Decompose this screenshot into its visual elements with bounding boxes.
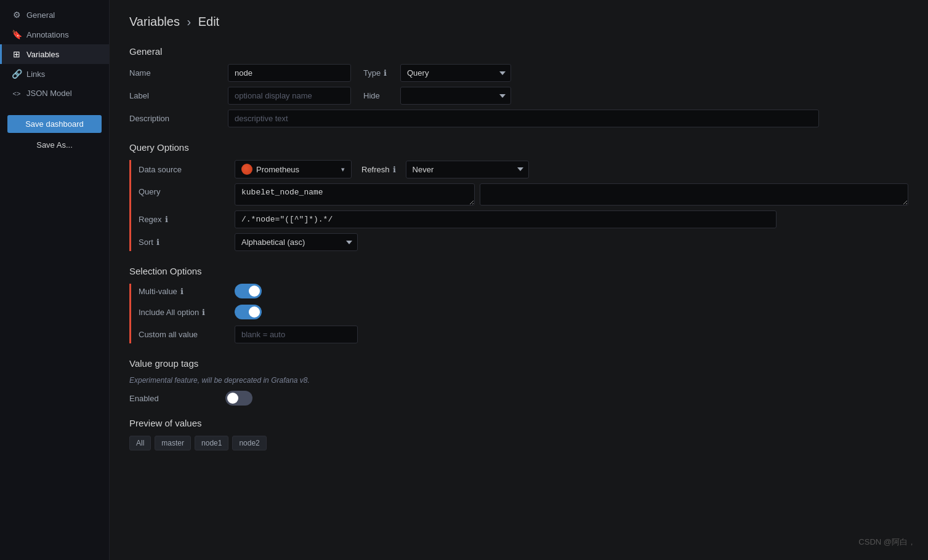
value-group-tags-title: Value group tags	[129, 358, 908, 369]
datasource-name: Prometheus	[256, 165, 337, 174]
label-input[interactable]	[228, 87, 351, 105]
enabled-slider	[225, 391, 252, 406]
main-content: Variables › Edit General Name Type ℹ Que…	[110, 0, 928, 560]
description-input[interactable]	[228, 110, 819, 127]
regex-input[interactable]	[235, 210, 777, 228]
datasource-chevron-icon: ▾	[341, 166, 345, 174]
multi-value-slider	[235, 284, 262, 298]
regex-info-icon: ℹ	[165, 215, 168, 224]
breadcrumb: Variables › Edit	[129, 15, 908, 29]
watermark: CSDN @阿白，	[858, 537, 916, 548]
save-dashboard-button[interactable]: Save dashboard	[7, 115, 102, 133]
query-label: Query	[139, 183, 230, 196]
include-all-label: Include All option	[139, 308, 199, 317]
preview-tag-master[interactable]: master	[155, 436, 191, 450]
datasource-picker[interactable]: Prometheus ▾	[235, 160, 352, 178]
query-options-title: Query Options	[129, 142, 908, 153]
prometheus-icon	[241, 164, 252, 175]
name-label: Name	[129, 68, 228, 78]
sidebar: ⚙ General 🔖 Annotations ⊞ Variables 🔗 Li…	[0, 0, 110, 560]
refresh-label: Refresh	[361, 165, 390, 174]
hide-select[interactable]: Label Variable	[400, 87, 511, 105]
annotations-icon: 🔖	[12, 30, 22, 39]
variables-icon: ⊞	[12, 49, 22, 59]
custom-all-label: Custom all value	[139, 330, 230, 339]
enabled-toggle[interactable]	[225, 391, 252, 406]
preview-tag-node1[interactable]: node1	[195, 436, 228, 450]
query-right-textarea[interactable]	[480, 183, 908, 206]
preview-title: Preview of values	[129, 418, 908, 428]
sidebar-item-variables[interactable]: ⊞ Variables	[0, 44, 109, 64]
never-select[interactable]: Never On Dashboard Load On Time Range Ch…	[406, 161, 529, 178]
general-section-title: General	[129, 46, 908, 57]
include-all-slider	[235, 305, 262, 319]
preview-section: Preview of values All master node1 node2	[129, 418, 908, 450]
multi-value-info-icon: ℹ	[180, 287, 184, 296]
breadcrumb-separator: ›	[187, 15, 191, 28]
datasource-label: Data source	[139, 165, 230, 174]
selection-options-title: Selection Options	[129, 266, 908, 276]
save-as-button[interactable]: Save As...	[7, 138, 102, 152]
sidebar-actions: Save dashboard Save As...	[0, 108, 109, 159]
preview-tag-all[interactable]: All	[129, 436, 151, 450]
regex-label: Regex	[139, 215, 162, 224]
sort-label: Sort	[139, 238, 153, 247]
json-icon: <>	[12, 90, 22, 97]
include-all-toggle[interactable]	[235, 305, 262, 319]
sidebar-item-annotations[interactable]: 🔖 Annotations	[0, 25, 109, 44]
refresh-info-icon: ℹ	[393, 165, 396, 174]
enabled-label: Enabled	[129, 394, 220, 403]
breadcrumb-parent: Variables	[129, 15, 180, 28]
type-info-icon: ℹ	[384, 68, 387, 78]
sidebar-item-general[interactable]: ⚙ General	[0, 5, 109, 25]
preview-tags-container: All master node1 node2	[129, 436, 908, 450]
type-label: Type	[363, 68, 381, 78]
value-group-tags-description: Experimental feature, will be deprecated…	[129, 376, 908, 385]
custom-all-input[interactable]	[235, 326, 358, 343]
sidebar-item-label: Variables	[26, 50, 59, 59]
hide-label: Hide	[363, 91, 380, 100]
description-label: Description	[129, 114, 228, 123]
sidebar-item-label: JSON Model	[26, 89, 72, 98]
label-label: Label	[129, 91, 228, 100]
links-icon: 🔗	[12, 69, 22, 79]
preview-tag-node2[interactable]: node2	[232, 436, 266, 450]
sidebar-item-label: Links	[26, 70, 45, 79]
sidebar-item-label: Annotations	[26, 30, 69, 39]
query-textarea[interactable]: kubelet_node_name	[235, 183, 475, 206]
multi-value-label: Multi-value	[139, 287, 177, 296]
selection-options-container: Multi-value ℹ Include All option ℹ	[129, 284, 908, 343]
sidebar-item-label: General	[26, 10, 55, 20]
value-group-tags-section: Value group tags Experimental feature, w…	[129, 358, 908, 406]
breadcrumb-current: Edit	[198, 15, 219, 28]
include-all-info-icon: ℹ	[202, 308, 205, 317]
general-icon: ⚙	[12, 10, 22, 20]
multi-value-toggle[interactable]	[235, 284, 262, 298]
sort-info-icon: ℹ	[156, 238, 159, 247]
sort-select[interactable]: Disabled Alphabetical (asc) Alphabetical…	[235, 233, 358, 251]
query-options-container: Data source Prometheus ▾ Refresh ℹ Never…	[129, 160, 908, 251]
name-input[interactable]	[228, 64, 351, 82]
sidebar-item-links[interactable]: 🔗 Links	[0, 64, 109, 84]
sidebar-item-json-model[interactable]: <> JSON Model	[0, 84, 109, 103]
type-select[interactable]: Query Custom Text box Constant Data sour…	[400, 64, 511, 82]
